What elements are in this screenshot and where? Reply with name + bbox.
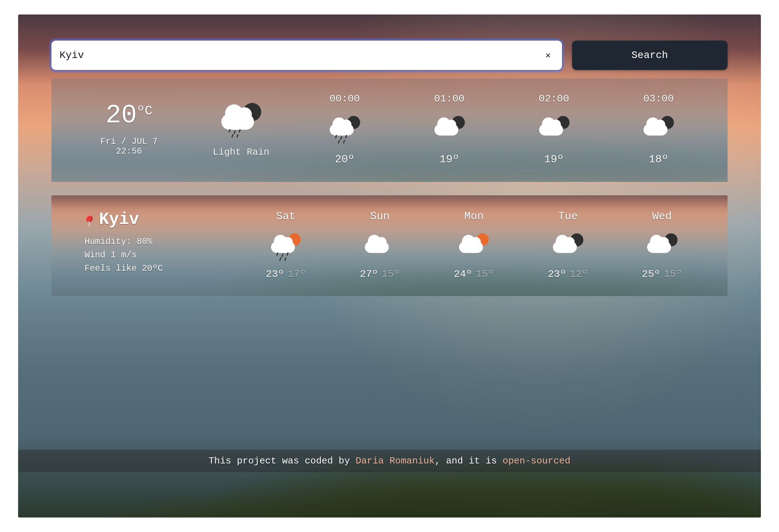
current-condition-block: Light Rain bbox=[193, 101, 289, 158]
search-row: ✕ Search bbox=[51, 41, 728, 70]
day-lo: 15º bbox=[476, 269, 494, 280]
humidity-label: Humidity: bbox=[84, 237, 132, 246]
hour-slot-1: 01:00 19º bbox=[401, 93, 498, 166]
day-slot-4: Wed 25º15º bbox=[617, 210, 707, 280]
weather-icon-hour bbox=[642, 114, 675, 141]
day-hi: 25º bbox=[642, 269, 660, 280]
hour-time: 01:00 bbox=[401, 93, 498, 104]
day-slot-2: Mon 24º15º bbox=[429, 210, 519, 280]
day-name: Wed bbox=[617, 210, 707, 223]
footer-text-1: This project was coded by bbox=[209, 456, 356, 466]
day-lo: 15º bbox=[382, 269, 400, 280]
hour-temp: 19º bbox=[401, 153, 498, 166]
footer-author-link[interactable]: Daria Romaniuk bbox=[355, 456, 434, 466]
app-scene: ✕ Search 20ºC Fri / JUL 7 22:56 bbox=[18, 14, 761, 518]
day-name: Mon bbox=[429, 210, 519, 223]
hour-temp: 19º bbox=[505, 153, 603, 166]
search-input[interactable] bbox=[59, 50, 542, 61]
day-name: Tue bbox=[523, 210, 613, 223]
current-date: Fri / JUL 7 bbox=[72, 137, 186, 146]
wind-value: 1 m/s bbox=[111, 250, 137, 260]
day-slot-0: Sat 23º17º bbox=[241, 210, 331, 280]
day-slot-3: Tue 23º12º bbox=[523, 210, 613, 280]
hour-time: 02:00 bbox=[505, 93, 603, 104]
day-name: Sun bbox=[335, 210, 425, 223]
weather-icon-day bbox=[551, 231, 584, 259]
pin-icon bbox=[84, 215, 94, 224]
weather-icon-current bbox=[219, 101, 263, 137]
clear-icon[interactable]: ✕ bbox=[542, 50, 554, 61]
day-lo: 17º bbox=[288, 269, 306, 280]
hour-temp: 20º bbox=[296, 153, 393, 166]
footer: This project was coded by Daria Romaniuk… bbox=[18, 450, 761, 472]
day-lo: 12º bbox=[570, 269, 588, 280]
hour-time: 00:00 bbox=[296, 93, 393, 104]
day-lo: 15º bbox=[664, 269, 682, 280]
content-container: ✕ Search 20ºC Fri / JUL 7 22:56 bbox=[18, 14, 761, 518]
current-temp-value: 20 bbox=[105, 101, 137, 130]
current-temp-unit: ºC bbox=[137, 104, 153, 119]
weather-icon-hour bbox=[328, 114, 361, 141]
current-hourly-panel: 20ºC Fri / JUL 7 22:56 Light Rain 00:00 … bbox=[51, 78, 728, 182]
daily-panel: Kyiv Humidity: 80% Wind 1 m/s Feels like… bbox=[51, 195, 728, 296]
hour-temp: 18º bbox=[610, 153, 707, 166]
wind-label: Wind bbox=[84, 250, 105, 260]
weather-icon-day bbox=[270, 231, 302, 259]
weather-icon-day bbox=[363, 231, 396, 259]
day-hi: 23º bbox=[548, 269, 566, 280]
current-temp-block: 20ºC Fri / JUL 7 22:56 bbox=[72, 103, 186, 156]
footer-source-link[interactable]: open-sourced bbox=[503, 456, 570, 466]
weather-icon-hour bbox=[433, 114, 466, 141]
weather-icon-hour bbox=[538, 114, 570, 141]
footer-text-2: , and it is bbox=[435, 456, 503, 466]
current-time: 22:56 bbox=[72, 146, 186, 156]
hour-slot-0: 00:00 20º bbox=[296, 93, 393, 166]
hour-time: 03:00 bbox=[610, 93, 707, 104]
city-meta: Humidity: 80% Wind 1 m/s Feels like 20ºC bbox=[84, 235, 237, 275]
feels-label: Feels like bbox=[84, 263, 137, 273]
city-name: Kyiv bbox=[99, 210, 139, 229]
day-name: Sat bbox=[241, 210, 331, 223]
weather-icon-day bbox=[458, 231, 490, 259]
hour-slot-3: 03:00 18º bbox=[610, 93, 707, 166]
search-field-wrap: ✕ bbox=[51, 41, 562, 70]
current-condition-label: Light Rain bbox=[193, 147, 289, 158]
day-hi: 24º bbox=[454, 269, 472, 280]
day-hi: 27º bbox=[360, 269, 378, 280]
feels-value: 20ºC bbox=[142, 263, 163, 273]
weather-icon-day bbox=[646, 231, 678, 259]
city-block: Kyiv Humidity: 80% Wind 1 m/s Feels like… bbox=[72, 210, 237, 275]
humidity-value: 80% bbox=[137, 237, 152, 246]
search-button[interactable]: Search bbox=[572, 41, 728, 70]
current-temp: 20ºC bbox=[72, 103, 186, 129]
hour-slot-2: 02:00 19º bbox=[505, 93, 603, 166]
day-hi: 23º bbox=[266, 269, 284, 280]
day-slot-1: Sun 27º15º bbox=[335, 210, 425, 280]
